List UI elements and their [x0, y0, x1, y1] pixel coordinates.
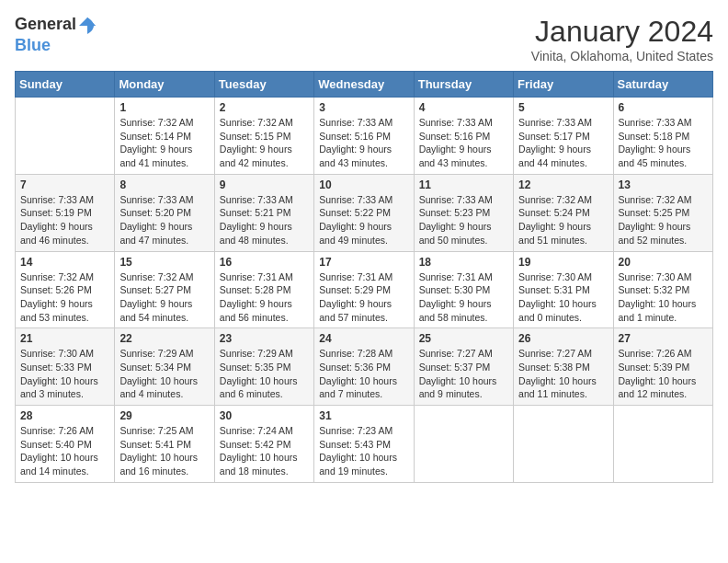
cell-content: Sunrise: 7:30 AMSunset: 5:33 PMDaylight:…	[20, 347, 109, 401]
sunrise-text: Sunrise: 7:30 AM	[518, 271, 592, 282]
sunrise-text: Sunrise: 7:30 AM	[619, 271, 692, 282]
day-number: 17	[319, 256, 408, 269]
daylight-text: Daylight: 10 hours and 12 minutes.	[619, 375, 697, 400]
day-number: 2	[220, 101, 309, 114]
calendar-cell: 12Sunrise: 7:32 AMSunset: 5:24 PMDayligh…	[514, 174, 613, 251]
calendar-cell	[16, 98, 115, 175]
weekday-header-friday: Friday	[514, 72, 613, 98]
day-number: 29	[119, 409, 209, 422]
daylight-text: Daylight: 10 hours and 7 minutes.	[319, 375, 397, 400]
calendar-cell: 10Sunrise: 7:33 AMSunset: 5:22 PMDayligh…	[314, 174, 414, 251]
sunset-text: Sunset: 5:31 PM	[518, 284, 590, 295]
calendar-cell: 19Sunrise: 7:30 AMSunset: 5:31 PMDayligh…	[514, 251, 613, 328]
sunrise-text: Sunrise: 7:31 AM	[220, 271, 293, 282]
daylight-text: Daylight: 9 hours and 56 minutes.	[220, 298, 292, 323]
calendar-cell: 21Sunrise: 7:30 AMSunset: 5:33 PMDayligh…	[16, 328, 115, 406]
calendar-table: SundayMondayTuesdayWednesdayThursdayFrid…	[15, 71, 713, 483]
calendar-cell	[414, 406, 513, 483]
day-number: 18	[419, 256, 508, 269]
sunrise-text: Sunrise: 7:28 AM	[319, 348, 392, 359]
day-number: 28	[20, 409, 109, 422]
day-number: 15	[119, 256, 209, 269]
cell-content: Sunrise: 7:31 AMSunset: 5:30 PMDaylight:…	[419, 270, 508, 325]
logo-text: General Blue	[15, 15, 98, 55]
day-number: 19	[518, 256, 608, 269]
calendar-cell: 18Sunrise: 7:31 AMSunset: 5:30 PMDayligh…	[414, 251, 513, 328]
day-number: 9	[220, 178, 309, 191]
cell-content: Sunrise: 7:33 AMSunset: 5:20 PMDaylight:…	[119, 193, 209, 247]
page-header: General Blue January 2024 Vinita, Oklaho…	[15, 15, 713, 63]
calendar-cell: 4Sunrise: 7:33 AMSunset: 5:16 PMDaylight…	[414, 98, 513, 175]
calendar-cell: 1Sunrise: 7:32 AMSunset: 5:14 PMDaylight…	[115, 98, 214, 175]
daylight-text: Daylight: 9 hours and 50 minutes.	[419, 221, 492, 246]
day-number: 4	[419, 101, 508, 114]
daylight-text: Daylight: 10 hours and 18 minutes.	[220, 452, 298, 477]
sunrise-text: Sunrise: 7:27 AM	[518, 348, 592, 359]
day-number: 31	[319, 409, 408, 422]
sunrise-text: Sunrise: 7:30 AM	[20, 348, 94, 359]
cell-content: Sunrise: 7:25 AMSunset: 5:41 PMDaylight:…	[119, 424, 209, 478]
day-number: 6	[619, 101, 708, 114]
sunrise-text: Sunrise: 7:23 AM	[319, 425, 392, 436]
calendar-cell: 28Sunrise: 7:26 AMSunset: 5:40 PMDayligh…	[16, 406, 115, 483]
calendar-cell: 6Sunrise: 7:33 AMSunset: 5:18 PMDaylight…	[613, 98, 712, 175]
daylight-text: Daylight: 10 hours and 3 minutes.	[20, 375, 98, 400]
logo: General Blue	[15, 15, 98, 55]
calendar-cell: 14Sunrise: 7:32 AMSunset: 5:26 PMDayligh…	[16, 251, 115, 328]
daylight-text: Daylight: 9 hours and 58 minutes.	[419, 298, 492, 323]
cell-content: Sunrise: 7:23 AMSunset: 5:43 PMDaylight:…	[319, 424, 408, 478]
calendar-cell: 29Sunrise: 7:25 AMSunset: 5:41 PMDayligh…	[115, 406, 214, 483]
day-number: 22	[119, 332, 209, 345]
sunrise-text: Sunrise: 7:32 AM	[220, 117, 293, 128]
daylight-text: Daylight: 9 hours and 48 minutes.	[220, 221, 292, 246]
calendar-week-row: 1Sunrise: 7:32 AMSunset: 5:14 PMDaylight…	[16, 98, 713, 175]
logo-general: General	[15, 15, 76, 33]
daylight-text: Daylight: 9 hours and 44 minutes.	[518, 144, 591, 168]
sunrise-text: Sunrise: 7:33 AM	[619, 117, 692, 128]
sunrise-text: Sunrise: 7:29 AM	[220, 348, 293, 359]
sunset-text: Sunset: 5:14 PM	[119, 131, 191, 142]
sunrise-text: Sunrise: 7:32 AM	[518, 194, 592, 205]
sunrise-text: Sunrise: 7:26 AM	[619, 348, 692, 359]
sunset-text: Sunset: 5:36 PM	[319, 362, 391, 373]
sunset-text: Sunset: 5:28 PM	[220, 284, 291, 295]
day-number: 13	[619, 178, 708, 191]
daylight-text: Daylight: 9 hours and 43 minutes.	[419, 144, 492, 168]
sunset-text: Sunset: 5:20 PM	[119, 207, 191, 218]
day-number: 21	[20, 332, 109, 345]
calendar-cell: 3Sunrise: 7:33 AMSunset: 5:16 PMDaylight…	[314, 98, 414, 175]
daylight-text: Daylight: 9 hours and 41 minutes.	[119, 144, 192, 168]
cell-content: Sunrise: 7:33 AMSunset: 5:18 PMDaylight:…	[619, 116, 708, 170]
day-number: 8	[119, 178, 209, 191]
calendar-week-row: 7Sunrise: 7:33 AMSunset: 5:19 PMDaylight…	[16, 174, 713, 251]
calendar-cell: 20Sunrise: 7:30 AMSunset: 5:32 PMDayligh…	[613, 251, 712, 328]
sunrise-text: Sunrise: 7:32 AM	[20, 271, 94, 282]
sunset-text: Sunset: 5:30 PM	[419, 284, 491, 295]
weekday-header-tuesday: Tuesday	[214, 72, 313, 98]
sunset-text: Sunset: 5:18 PM	[619, 131, 690, 142]
cell-content: Sunrise: 7:30 AMSunset: 5:32 PMDaylight:…	[619, 270, 708, 325]
daylight-text: Daylight: 10 hours and 11 minutes.	[518, 375, 597, 400]
sunset-text: Sunset: 5:15 PM	[220, 131, 291, 142]
sunset-text: Sunset: 5:37 PM	[419, 362, 491, 373]
calendar-cell: 9Sunrise: 7:33 AMSunset: 5:21 PMDaylight…	[214, 174, 313, 251]
calendar-week-row: 28Sunrise: 7:26 AMSunset: 5:40 PMDayligh…	[16, 406, 713, 483]
cell-content: Sunrise: 7:33 AMSunset: 5:17 PMDaylight:…	[518, 116, 608, 170]
daylight-text: Daylight: 9 hours and 57 minutes.	[319, 298, 392, 323]
day-number: 10	[319, 178, 408, 191]
cell-content: Sunrise: 7:27 AMSunset: 5:37 PMDaylight:…	[419, 347, 508, 401]
cell-content: Sunrise: 7:28 AMSunset: 5:36 PMDaylight:…	[319, 347, 408, 401]
location-subtitle: Vinita, Oklahoma, United States	[531, 49, 713, 63]
day-number: 1	[119, 101, 209, 114]
daylight-text: Daylight: 9 hours and 53 minutes.	[20, 298, 93, 323]
sunset-text: Sunset: 5:34 PM	[119, 362, 191, 373]
daylight-text: Daylight: 10 hours and 0 minutes.	[518, 298, 597, 323]
sunrise-text: Sunrise: 7:32 AM	[119, 117, 193, 128]
weekday-header-monday: Monday	[115, 72, 214, 98]
calendar-cell: 2Sunrise: 7:32 AMSunset: 5:15 PMDaylight…	[214, 98, 313, 175]
cell-content: Sunrise: 7:32 AMSunset: 5:24 PMDaylight:…	[518, 193, 608, 247]
daylight-text: Daylight: 9 hours and 43 minutes.	[319, 144, 392, 168]
day-number: 27	[619, 332, 708, 345]
sunset-text: Sunset: 5:42 PM	[220, 439, 291, 450]
sunrise-text: Sunrise: 7:26 AM	[20, 425, 94, 436]
